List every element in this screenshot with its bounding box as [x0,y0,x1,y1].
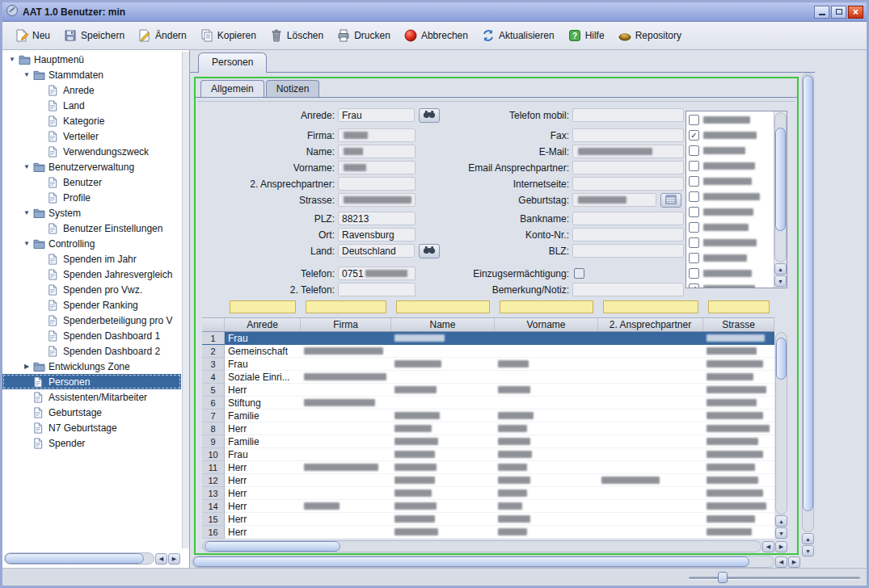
table-row[interactable]: 6Stiftung [202,397,774,410]
telefon-mobil-input[interactable] [572,108,684,122]
expand-arrow-icon[interactable]: ▶ [20,363,33,370]
tab-notizen[interactable]: Notizen [266,80,320,97]
bemerkung-notiz-input[interactable] [572,283,684,296]
tree-item-benutzerverwaltung[interactable]: ▼Benutzerverwaltung [2,159,181,174]
category-item[interactable] [689,220,774,235]
anrede-input[interactable]: Frau [338,108,415,122]
collapse-arrow-icon[interactable]: ▼ [20,240,33,247]
main-horizontal-scrollbar[interactable]: ◀ ▶ [192,556,800,568]
category-checkbox[interactable] [689,222,699,233]
category-checkbox[interactable]: ✓ [689,284,699,288]
speichern-button[interactable]: Speichern [57,25,130,46]
tree-item-verteiler[interactable]: Verteiler [2,128,181,144]
slider-track[interactable] [689,577,860,579]
loeschen-button[interactable]: Löschen [264,25,329,46]
scroll-up-button[interactable]: ▲ [774,263,787,275]
filter-input-vorname[interactable] [500,300,593,313]
einzugsermaechtigung-checkbox[interactable] [574,268,584,279]
category-checkbox[interactable]: ✓ [689,130,699,141]
category-checkbox[interactable] [689,145,699,156]
column-header-2-ansprechpartner[interactable]: 2. Ansprechpartner [598,318,703,331]
table-row[interactable]: 1Frau [202,332,774,345]
table-horizontal-scrollbar[interactable]: ◀ ▶ [202,540,787,552]
strasse-input[interactable] [338,193,416,207]
category-item[interactable] [689,143,774,158]
scroll-up-button[interactable]: ▲ [802,533,814,544]
email-ansprechpartner-input[interactable] [572,161,684,174]
hilfe-button[interactable]: ?Hilfe [562,25,610,46]
bankname-input[interactable] [572,212,684,225]
tree-item-hauptmenue[interactable]: ▼Hauptmenü [2,52,181,67]
collapse-arrow-icon[interactable]: ▼ [6,56,19,63]
table-row[interactable]: 12Herr [202,474,774,487]
close-button[interactable]: × [848,6,863,19]
category-checkbox[interactable] [689,268,699,279]
table-row[interactable]: 7Familie [202,410,774,422]
category-checkbox[interactable] [689,207,699,217]
table-row[interactable]: 11Herr [202,461,774,474]
scroll-down-button[interactable]: ▼ [802,545,814,556]
filter-input-anrede[interactable] [230,300,296,313]
table-row[interactable]: 8Herr [202,422,774,435]
tree-item-spenden-pro-vwz[interactable]: Spenden pro Vwz. [2,282,181,297]
tree-item-anrede[interactable]: Anrede [2,82,181,98]
tree-item-n7-geburtstage[interactable]: N7 Geburtstage [2,420,181,435]
column-header-vorname[interactable]: Vorname [495,318,598,331]
tree-item-spenden-dashboard-1[interactable]: Spenden Dashboard 1 [2,328,181,343]
scroll-right-button[interactable]: ▶ [168,553,180,565]
tree-item-stammdaten[interactable]: ▼Stammdaten [2,67,181,82]
table-row[interactable]: 15Herr [202,513,774,526]
aktualisieren-button[interactable]: Aktualisieren [475,25,560,46]
table-row[interactable]: 3Frau [202,358,774,371]
tree-item-spenderbeteiligung-pro-v[interactable]: Spenderbeteiligung pro V [2,313,181,328]
scroll-left-button[interactable]: ◀ [775,556,787,568]
table-row[interactable]: 9Familie [202,435,774,448]
category-item[interactable] [689,112,774,128]
scroll-down-button[interactable]: ▼ [774,275,787,287]
tree-horizontal-scrollbar[interactable]: ◀ ▶ [4,552,180,565]
table-row[interactable]: 2Gemeinschaft [202,345,774,358]
slider-thumb[interactable] [718,572,728,583]
table-vertical-scrollbar[interactable]: ▲ ▼ [775,332,787,539]
collapse-arrow-icon[interactable]: ▼ [20,209,33,216]
land-input[interactable]: Deutschland [338,244,415,258]
name-input[interactable] [338,145,416,158]
search-button[interactable] [419,244,440,258]
category-item[interactable] [689,250,774,266]
tree-item-personen[interactable]: Personen [2,374,181,389]
firma-input[interactable] [338,128,416,142]
tree-item-land[interactable]: Land [2,98,181,113]
aendern-button[interactable]: Ändern [132,25,192,46]
category-checkbox[interactable] [689,237,699,248]
scroll-up-button[interactable]: ▲ [775,515,787,527]
abbrechen-button[interactable]: Abbrechen [398,25,474,46]
scroll-right-button[interactable]: ▶ [788,556,800,568]
category-item[interactable] [689,158,774,174]
tree-item-profile[interactable]: Profile [2,190,181,205]
tree-item-kategorie[interactable]: Kategorie [2,113,181,128]
tree-item-spenden-jahresvergleich[interactable]: Spenden Jahresvergleich [2,267,181,282]
geburtstag-input[interactable] [572,193,656,207]
telefon-input[interactable]: 0751 [338,267,416,280]
tab-personen[interactable]: Personen [198,52,267,73]
repository-button[interactable]: Repository [612,25,687,46]
table-row[interactable]: 14Herr [202,500,774,513]
neu-button[interactable]: Neu [9,25,56,46]
tree-item-system[interactable]: ▼System [2,205,181,220]
category-item[interactable] [689,235,774,250]
ort-input[interactable]: Ravensburg [338,228,416,242]
drucken-button[interactable]: Drucken [331,25,396,46]
table-row[interactable]: 16Herr [202,526,774,539]
internetseite-input[interactable] [572,177,684,191]
main-vertical-scrollbar[interactable]: ▲ ▼ [802,73,814,556]
tree-item-geburtstage[interactable]: Geburtstage [2,405,181,420]
tree-item-benutzer[interactable]: Benutzer [2,174,181,190]
zoom-slider[interactable] [689,571,860,584]
collapse-arrow-icon[interactable]: ▼ [20,163,33,170]
category-checkbox[interactable] [689,253,699,263]
category-item[interactable]: ✓ [689,281,774,288]
column-header-strasse[interactable]: Strasse [703,318,774,331]
category-checkbox[interactable] [689,161,699,171]
table-row[interactable]: 5Herr [202,384,774,397]
minimize-button[interactable] [814,6,829,19]
